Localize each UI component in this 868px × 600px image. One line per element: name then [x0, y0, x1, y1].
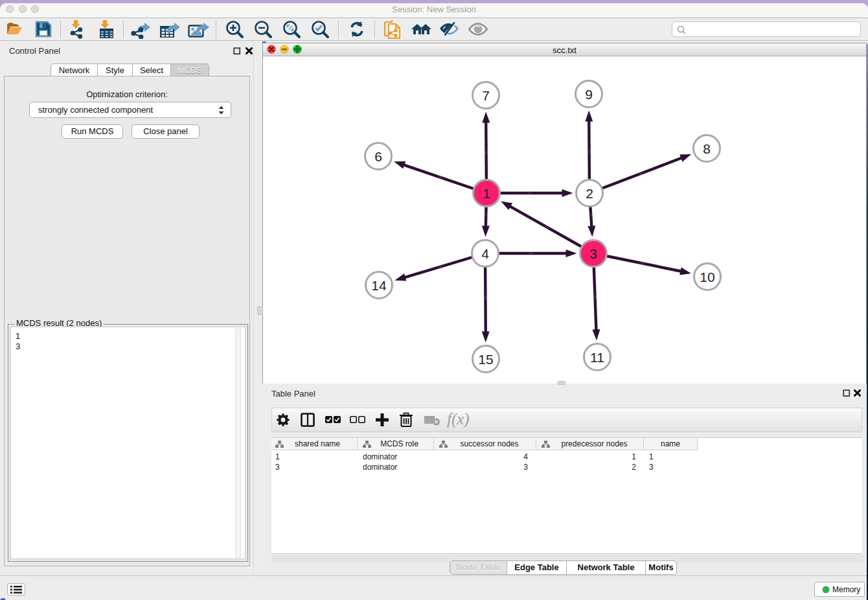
svg-text:8: 8 — [703, 141, 711, 156]
svg-text:9: 9 — [585, 87, 593, 102]
svg-text:f(x): f(x) — [447, 410, 470, 428]
svg-text:1: 1 — [483, 186, 490, 201]
svg-text:3: 3 — [589, 246, 597, 261]
svg-text:14: 14 — [371, 278, 387, 293]
svg-text:11: 11 — [590, 350, 604, 365]
svg-text:2: 2 — [586, 186, 593, 201]
svg-text:10: 10 — [700, 270, 714, 284]
svg-text:6: 6 — [374, 149, 382, 164]
svg-text:15: 15 — [478, 352, 493, 367]
svg-text:7: 7 — [482, 88, 490, 103]
svg-text:4: 4 — [481, 246, 489, 261]
